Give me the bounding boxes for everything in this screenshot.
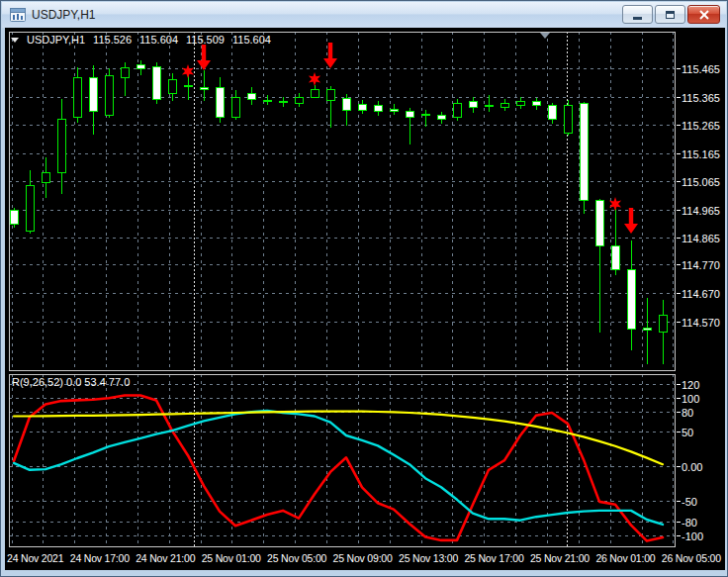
close-icon [699,10,709,20]
indicator-axis-label: 100 [682,393,699,405]
time-axis[interactable]: 24 Nov 202124 Nov 17:0024 Nov 21:0025 No… [7,552,721,564]
candle-bull [26,186,34,232]
candle-bull [73,78,81,118]
candle-bear [469,102,477,108]
sell-star-icon[interactable] [309,72,320,86]
candle-bull [311,89,318,97]
sell-arrow-icon[interactable] [197,45,211,70]
indicator-axis-label: 0.00 [682,461,702,473]
candle-bear [358,104,366,110]
time-axis-label: 24 Nov 2021 [7,552,63,564]
indicator-axis-label: -100 [682,530,703,542]
minimize-button[interactable] [622,5,653,24]
indicator-axis-label: -50 [682,496,697,508]
indicator-axis-label: 80 [682,407,693,419]
candle-bear [89,77,97,112]
window-title: USDJPY,H1 [32,8,95,22]
ohlc-header: USDJPY,H1 115.526 115.604 115.509 115.60… [11,34,271,46]
candle-bear [136,65,144,68]
price-axis-label: 115.465 [682,63,720,75]
candle-bear [627,270,635,330]
chart-window-icon [10,7,26,23]
candle-bear [390,109,398,111]
close-button[interactable] [687,5,720,24]
time-axis-label: 25 Nov 21:00 [530,552,590,564]
candle-bear [485,106,493,107]
candle-bear [10,211,18,224]
chart-canvas[interactable]: 115.465115.365115.265115.165115.065114.9… [1,1,728,577]
sell-star-icon[interactable] [609,197,621,211]
candle-bear [263,100,271,101]
candle-bull [105,75,113,115]
candle-bull [295,97,303,103]
time-axis-label: 25 Nov 05:00 [267,552,326,564]
candle-bull [121,67,129,77]
indicator-axis-label: -80 [682,517,697,529]
indicator-lines-layer [14,396,663,541]
candle-bear [216,88,224,118]
symbol-dropdown-icon[interactable] [11,38,19,43]
candle-bear [184,85,192,86]
time-axis-label: 25 Nov 17:00 [464,552,523,564]
indicator-axis-label: 120 [682,379,699,391]
candle-bear [342,98,350,110]
header-symbol: USDJPY,H1 [27,34,85,46]
indicator-line-medium [14,411,663,525]
candle-bull [659,316,667,333]
price-axis-label: 114.965 [682,205,720,217]
mt4-chart-window: 115.465115.365115.265115.165115.065114.9… [0,0,728,577]
time-axis-label: 25 Nov 09:00 [333,552,393,564]
chart-shift-marker-icon[interactable] [540,33,550,39]
time-axis-label: 26 Nov 01:00 [595,552,655,564]
candle-bear [532,102,540,106]
time-axis-label: 25 Nov 13:00 [399,552,458,564]
time-axis-label: 25 Nov 01:00 [202,552,261,564]
price-axis-label: 115.265 [682,120,720,132]
candle-bull [57,120,65,173]
sell-arrow-icon[interactable] [323,43,337,68]
price-axis-label: 115.365 [682,92,720,104]
candle-bear [595,201,603,245]
candle-bull [42,172,49,182]
candle-bear [247,93,255,100]
candle-bear [152,66,160,99]
price-axis-label: 115.165 [682,148,720,160]
candle-bear [643,329,651,330]
candle-bear [548,106,556,119]
sell-arrow-icon[interactable] [624,208,638,234]
candle-bear [580,104,588,201]
candle-bull [500,103,508,108]
titlebar[interactable]: USDJPY,H1 [2,2,726,28]
time-axis-label: 24 Nov 17:00 [70,552,130,564]
time-axis-label: 26 Nov 05:00 [662,552,721,564]
price-axis-label: 114.865 [682,233,720,244]
indicator-line-fast [14,396,663,541]
indicator-line-slow [14,412,663,465]
restore-icon [666,11,675,19]
header-high: 115.604 [139,34,178,46]
price-axis-label: 115.065 [682,176,720,188]
price-axis-label: 114.670 [682,288,720,300]
candle-bull [564,105,572,133]
candle-bull [453,103,461,118]
restore-button[interactable] [655,5,685,24]
candle-bear [611,245,619,270]
price-axis-label: 114.570 [682,317,720,329]
header-low: 115.509 [186,34,225,46]
candle-bear [437,116,445,120]
time-axis-label: 24 Nov 21:00 [136,552,195,564]
candle-bull [516,101,524,105]
candle-bear [279,101,287,102]
axes-layer[interactable]: 115.465115.365115.265115.165115.065114.9… [677,63,720,542]
candle-bear [200,87,208,90]
candles-layer [10,60,667,364]
candle-bear [406,112,413,117]
sell-star-icon[interactable] [182,64,194,78]
header-close: 115.604 [232,34,271,46]
candle-bull [231,97,239,117]
indicator-label: R(9,26,52) 0.0 53.4 77.0 [12,376,130,388]
candle-bull [326,90,334,100]
header-open: 115.526 [93,34,132,46]
candle-bear [374,105,382,112]
candle-bull [168,80,176,93]
